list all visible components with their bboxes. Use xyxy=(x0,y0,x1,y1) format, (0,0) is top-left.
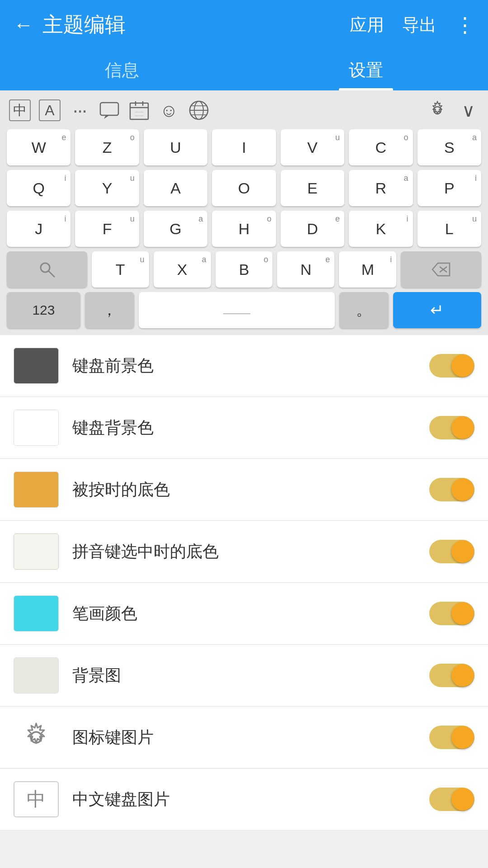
settings-label-icon-key: 图标键图片 xyxy=(72,726,429,749)
keyboard-settings-icon[interactable] xyxy=(427,99,448,121)
key-Y[interactable]: Yu xyxy=(75,170,139,206)
key-U[interactable]: U xyxy=(144,129,207,165)
toggle-thumb-chinese-keyboard xyxy=(451,788,474,811)
settings-label-foreground: 键盘前景色 xyxy=(72,355,429,377)
key-A[interactable]: A xyxy=(144,170,207,206)
tab-settings[interactable]: 设置 xyxy=(244,50,488,90)
svg-line-15 xyxy=(49,271,54,277)
key-row-4: Tu Xa Bo Ne Mi xyxy=(7,251,481,288)
emoji-icon[interactable]: ☺ xyxy=(158,99,180,121)
back-button[interactable]: ← xyxy=(14,14,33,36)
key-P[interactable]: Pi xyxy=(418,170,481,206)
settings-label-pinyin: 拼音键选中时的底色 xyxy=(72,541,429,563)
color-swatch-foreground[interactable] xyxy=(14,348,59,384)
toolbar-icons: 中 A ··· ☺ xyxy=(9,99,210,121)
toggle-icon-key[interactable] xyxy=(429,726,474,749)
settings-item-chinese-keyboard: 中 中文键盘图片 xyxy=(0,769,488,830)
key-I[interactable]: I xyxy=(212,129,276,165)
key-period[interactable]: 。 xyxy=(339,292,389,328)
key-M[interactable]: Mi xyxy=(339,251,396,288)
settings-item-background-image: 背景图 xyxy=(0,645,488,707)
settings-label-chinese-keyboard: 中文键盘图片 xyxy=(72,788,429,811)
collapse-icon[interactable]: ∨ xyxy=(457,99,479,121)
toggle-stroke[interactable] xyxy=(429,602,474,625)
settings-label-bg-image: 背景图 xyxy=(72,665,429,687)
key-H[interactable]: Ho xyxy=(212,211,276,247)
key-S[interactable]: Sa xyxy=(418,129,481,165)
toggle-chinese-keyboard[interactable] xyxy=(429,788,474,811)
svg-rect-2 xyxy=(130,103,148,119)
color-swatch-background[interactable] xyxy=(14,410,59,446)
icon-swatch-gear[interactable] xyxy=(14,719,59,755)
key-X[interactable]: Xa xyxy=(154,251,211,288)
key-O[interactable]: O xyxy=(212,170,276,206)
key-E[interactable]: E xyxy=(281,170,344,206)
tab-bar: 信息 设置 xyxy=(0,50,488,90)
key-V[interactable]: Vu xyxy=(281,129,344,165)
ellipsis-icon[interactable]: ··· xyxy=(69,99,90,121)
settings-item-icon-key: 图标键图片 xyxy=(0,707,488,769)
key-D[interactable]: De xyxy=(281,211,344,247)
key-K[interactable]: Ki xyxy=(349,211,413,247)
key-enter[interactable]: ↵ xyxy=(393,292,481,328)
color-swatch-pinyin[interactable] xyxy=(14,533,59,570)
settings-label-pressed: 被按时的底色 xyxy=(72,479,429,501)
key-T[interactable]: Tu xyxy=(92,251,149,288)
settings-item-keyboard-background: 键盘背景色 xyxy=(0,397,488,459)
toggle-thumb-icon-key xyxy=(451,726,474,749)
key-C[interactable]: Co xyxy=(349,129,413,165)
page-title: 主题编辑 xyxy=(42,11,126,39)
tab-info[interactable]: 信息 xyxy=(0,50,244,90)
svg-rect-0 xyxy=(100,103,118,115)
chinese-input-icon[interactable]: 中 xyxy=(9,99,31,121)
settings-label-stroke: 笔画颜色 xyxy=(72,603,429,625)
settings-item-pinyin-selected: 拼音键选中时的底色 xyxy=(0,521,488,583)
settings-item-keyboard-foreground: 键盘前景色 xyxy=(0,335,488,397)
key-row-1: We Zo U I Vu Co Sa xyxy=(7,129,481,165)
toggle-bg-image[interactable] xyxy=(429,664,474,687)
key-search[interactable] xyxy=(7,251,87,288)
header: ← 主题编辑 应用 导出 ⋮ xyxy=(0,0,488,50)
more-options-button[interactable]: ⋮ xyxy=(455,14,474,35)
key-row-bottom: 123 ， 。 ↵ xyxy=(7,292,481,328)
svg-marker-16 xyxy=(432,263,450,276)
key-123[interactable]: 123 xyxy=(7,292,80,328)
key-J[interactable]: Ji xyxy=(7,211,70,247)
globe-icon[interactable] xyxy=(188,99,210,121)
toolbar-right: ∨ xyxy=(427,99,479,121)
key-comma[interactable]: ， xyxy=(85,292,134,328)
key-rows: We Zo U I Vu Co Sa Qi Yu A O E Ra Pi Ji … xyxy=(7,129,481,328)
comment-icon[interactable] xyxy=(99,99,120,121)
toggle-thumb-bg-image xyxy=(451,664,474,687)
key-L[interactable]: Lu xyxy=(418,211,481,247)
color-swatch-pressed[interactable] xyxy=(14,472,59,508)
key-B[interactable]: Bo xyxy=(216,251,273,288)
key-backspace[interactable] xyxy=(401,251,481,288)
color-swatch-stroke[interactable] xyxy=(14,595,59,632)
export-button[interactable]: 导出 xyxy=(402,14,436,37)
icon-swatch-chinese[interactable]: 中 xyxy=(14,781,59,817)
toggle-thumb-background xyxy=(451,416,474,439)
keyboard-preview: 中 A ··· ☺ ∨ We Zo U I xyxy=(0,90,488,335)
settings-item-pressed-color: 被按时的底色 xyxy=(0,459,488,521)
toggle-thumb-pressed xyxy=(451,478,474,501)
settings-list: 键盘前景色 键盘背景色 被按时的底色 拼音键选中时的底色 笔画颜色 xyxy=(0,335,488,830)
toggle-pinyin[interactable] xyxy=(429,540,474,563)
toggle-foreground[interactable] xyxy=(429,354,474,377)
calendar-icon[interactable] xyxy=(128,99,150,121)
toggle-background[interactable] xyxy=(429,416,474,439)
text-input-icon[interactable]: A xyxy=(39,99,61,121)
key-W[interactable]: We xyxy=(7,129,70,165)
key-space[interactable] xyxy=(139,292,335,328)
keyboard-toolbar: 中 A ··· ☺ ∨ xyxy=(7,99,481,121)
key-G[interactable]: Ga xyxy=(144,211,207,247)
key-R[interactable]: Ra xyxy=(349,170,413,206)
color-swatch-bg-image[interactable] xyxy=(14,657,59,693)
key-Z[interactable]: Zo xyxy=(75,129,139,165)
key-F[interactable]: Fu xyxy=(75,211,139,247)
key-N[interactable]: Ne xyxy=(277,251,334,288)
toggle-pressed[interactable] xyxy=(429,478,474,501)
key-Q[interactable]: Qi xyxy=(7,170,70,206)
apply-button[interactable]: 应用 xyxy=(350,14,384,37)
enter-icon: ↵ xyxy=(430,301,444,320)
